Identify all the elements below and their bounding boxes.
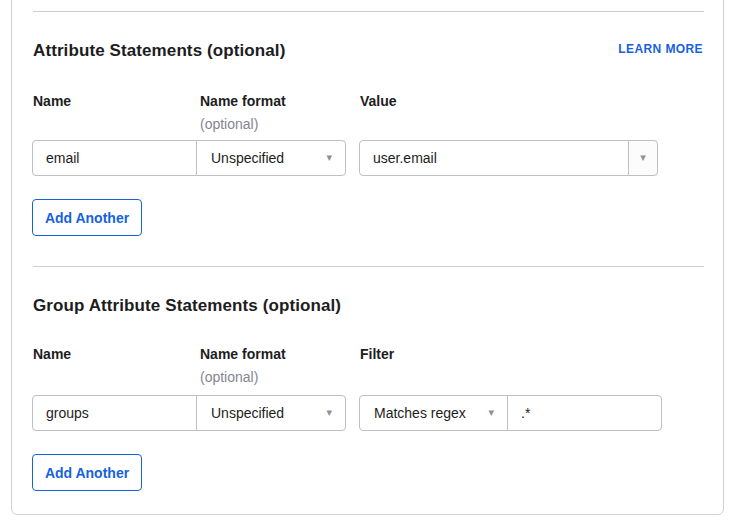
chevron-down-icon: ▾	[326, 407, 332, 418]
attr-value-input[interactable]	[359, 140, 629, 176]
attr-add-another-button[interactable]: Add Another	[32, 199, 142, 236]
chevron-down-icon: ▾	[488, 407, 494, 418]
attr-name-format-selected-value: Unspecified	[211, 141, 284, 175]
attr-value-dropdown-button[interactable]: ▾	[628, 140, 658, 176]
group-filter-type-select[interactable]: Matches regex ▾	[359, 395, 508, 431]
group-name-format-selected-value: Unspecified	[211, 396, 284, 430]
group-filter-value-input[interactable]	[507, 395, 662, 431]
attr-name-input[interactable]	[32, 140, 197, 176]
chevron-down-icon: ▾	[326, 152, 332, 163]
group-name-column-label: Name	[33, 346, 71, 362]
attr-name-format-optional-label: (optional)	[200, 116, 258, 132]
attr-name-format-column-label: Name format	[200, 93, 286, 109]
attribute-statements-title: Attribute Statements (optional)	[33, 41, 285, 61]
top-divider	[33, 11, 704, 12]
group-name-input[interactable]	[32, 395, 197, 431]
attr-value-column-label: Value	[360, 93, 397, 109]
settings-card	[11, 0, 724, 515]
group-filter-column-label: Filter	[360, 346, 394, 362]
learn-more-link[interactable]: LEARN MORE	[618, 42, 703, 56]
attr-name-format-select[interactable]: Unspecified ▾	[196, 140, 346, 176]
group-add-another-button[interactable]: Add Another	[32, 454, 142, 491]
group-name-format-column-label: Name format	[200, 346, 286, 362]
group-name-format-optional-label: (optional)	[200, 369, 258, 385]
group-name-format-select[interactable]: Unspecified ▾	[196, 395, 346, 431]
chevron-down-icon: ▾	[640, 152, 646, 163]
group-attribute-statements-title: Group Attribute Statements (optional)	[33, 296, 341, 316]
group-filter-type-selected-value: Matches regex	[374, 396, 466, 430]
attr-name-column-label: Name	[33, 93, 71, 109]
section-divider	[33, 266, 704, 267]
